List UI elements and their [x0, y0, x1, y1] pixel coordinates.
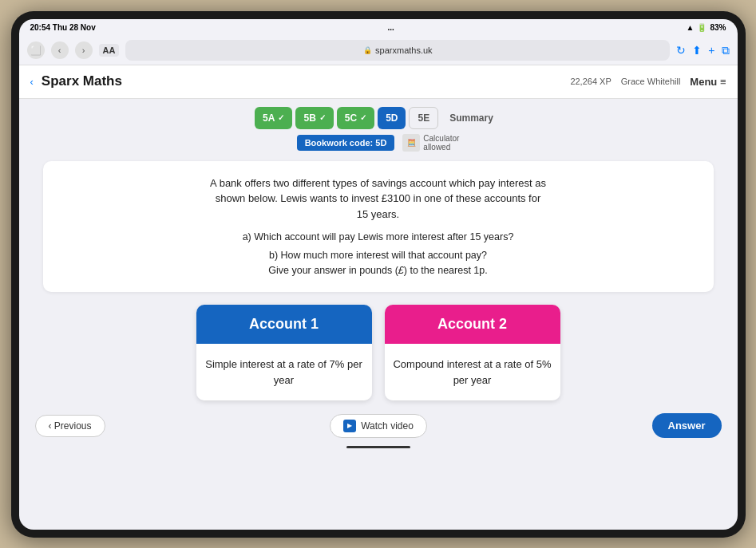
scroll-indicator	[346, 446, 410, 448]
tab-summary-label: Summary	[449, 112, 493, 124]
tab-5E-label: 5E	[418, 112, 429, 124]
answer-button[interactable]: Answer	[652, 413, 722, 438]
app-header: ‹ Sparx Maths 22,264 XP Grace Whitehill …	[19, 65, 738, 99]
status-bar: 20:54 Thu 28 Nov ... ▲ 🔋 83%	[19, 19, 738, 37]
share-button[interactable]: ⬆	[692, 44, 702, 57]
tab-5D[interactable]: 5D	[378, 107, 406, 129]
previous-button[interactable]: ‹ Previous	[35, 415, 105, 437]
status-bar-center: ...	[388, 23, 394, 32]
account-2-header: Account 2	[385, 305, 560, 344]
forward-nav-button[interactable]: ‹	[51, 41, 69, 59]
url-bar[interactable]: 🔒 sparxmaths.uk	[125, 40, 670, 61]
status-bar-left: 20:54 Thu 28 Nov	[30, 23, 96, 32]
question-part-b: b) How much more interest will that acco…	[67, 248, 690, 278]
tab-5A-check: ✓	[278, 113, 284, 122]
status-time: 20:54 Thu 28 Nov	[30, 23, 96, 32]
tab-5C-check: ✓	[360, 113, 366, 122]
lock-icon: 🔒	[363, 46, 372, 54]
bottom-bar: ‹ Previous ▶ Watch video Answer	[19, 407, 738, 446]
battery-icon: 🔋	[697, 23, 707, 32]
watch-video-button[interactable]: ▶ Watch video	[330, 414, 427, 438]
sparx-back-button[interactable]: ‹	[30, 76, 34, 88]
back-chevron-icon: ‹	[30, 76, 34, 88]
refresh-button[interactable]: ↻	[676, 44, 686, 57]
account-1-title: Account 1	[249, 316, 319, 332]
account-2-description: Compound interest at a rate of 5% per ye…	[393, 357, 552, 388]
tab-5A[interactable]: 5A ✓	[255, 107, 292, 129]
wifi-icon: ▲	[687, 23, 695, 32]
tab-5E[interactable]: 5E	[409, 107, 438, 129]
browser-actions: ↻ ⬆ + ⧉	[676, 44, 729, 57]
account-2-title: Account 2	[437, 316, 507, 332]
calc-text: Calculator allowed	[423, 134, 459, 152]
url-text: sparxmaths.uk	[375, 45, 433, 55]
account-1-description: Simple interest at a rate of 7% per year	[204, 357, 364, 388]
tab-5B-check: ✓	[319, 113, 326, 122]
play-icon: ▶	[343, 420, 356, 432]
tab-summary[interactable]: Summary	[441, 107, 501, 129]
new-tab-button[interactable]: +	[708, 44, 714, 57]
tab-5A-label: 5A	[263, 112, 275, 124]
calculator-icon: 🧮	[402, 134, 420, 152]
battery-percent: 83%	[710, 23, 726, 32]
bookwork-code-badge: Bookwork code: 5D	[297, 135, 395, 151]
question-card: A bank offers two different types of sav…	[43, 161, 714, 293]
tabs-button[interactable]: ⧉	[722, 44, 730, 57]
account-1-header: Account 1	[196, 305, 372, 344]
account-2-card: Account 2 Compound interest at a rate of…	[385, 305, 560, 400]
calc-label: Calculator	[423, 134, 459, 143]
account-1-card: Account 1 Simple interest at a rate of 7…	[196, 305, 372, 400]
tablet-frame: 20:54 Thu 28 Nov ... ▲ 🔋 83% ⬜ ‹ › AA 🔒 …	[11, 11, 746, 538]
question-part-a: a) Which account will pay Lewis more int…	[67, 230, 690, 245]
calculator-allowed: 🧮 Calculator allowed	[402, 134, 459, 152]
account-1-body: Simple interest at a rate of 7% per year	[196, 344, 372, 400]
bookwork-row: Bookwork code: 5D 🧮 Calculator allowed	[19, 129, 738, 155]
tab-5B-label: 5B	[303, 112, 315, 124]
status-dots: ...	[388, 23, 394, 32]
header-right-info: 22,264 XP Grace Whitehill Menu ≡	[570, 76, 726, 88]
menu-label: Menu	[690, 76, 717, 88]
question-main-text: A bank offers two different types of sav…	[67, 175, 690, 223]
xp-label: 22,264 XP	[570, 77, 611, 86]
aa-button[interactable]: AA	[99, 44, 120, 57]
tab-5D-label: 5D	[386, 112, 398, 124]
watch-video-label: Watch video	[361, 420, 414, 432]
accounts-row: Account 1 Simple interest at a rate of 7…	[43, 305, 714, 400]
tab-5C-label: 5C	[345, 112, 357, 124]
tabs-row: 5A ✓ 5B ✓ 5C ✓ 5D 5E Summary	[19, 99, 738, 129]
browser-bar: ⬜ ‹ › AA 🔒 sparxmaths.uk ↻ ⬆ + ⧉	[19, 37, 738, 65]
back-nav-button[interactable]: ⬜	[27, 41, 45, 59]
menu-icon: ≡	[720, 76, 726, 88]
app-title: Sparx Maths	[42, 73, 122, 89]
menu-button[interactable]: Menu ≡	[690, 76, 726, 88]
tab-5B[interactable]: 5B ✓	[295, 107, 333, 129]
user-name: Grace Whitehill	[621, 77, 681, 86]
content-area: 5A ✓ 5B ✓ 5C ✓ 5D 5E Summary Bookwork	[19, 99, 738, 530]
tab-5C[interactable]: 5C ✓	[337, 107, 374, 129]
account-2-body: Compound interest at a rate of 5% per ye…	[385, 344, 560, 400]
forward-nav-button2[interactable]: ›	[75, 41, 93, 59]
status-bar-right: ▲ 🔋 83%	[687, 23, 726, 32]
calc-sub: allowed	[423, 143, 459, 152]
